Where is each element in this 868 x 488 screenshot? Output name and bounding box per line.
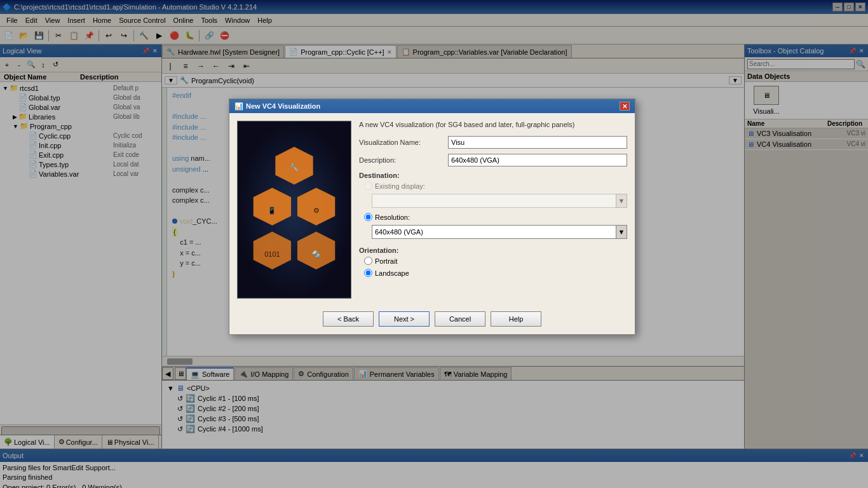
dialog-body: 🔧 📱 ⚙ 0101 🔩 A new VC4 visualization (fo… <box>229 113 635 306</box>
dialog-title-icon: 📊 <box>234 102 243 111</box>
visualization-name-input[interactable] <box>448 136 627 149</box>
svg-text:⚙: ⚙ <box>313 207 320 214</box>
dialog-form: A new VC4 visualization (for SG4 based a… <box>359 121 627 299</box>
existing-display-label: Existing display: <box>375 182 425 190</box>
landscape-radio[interactable] <box>364 269 372 277</box>
dialog-buttons: < Back Next > Cancel Help <box>229 306 635 334</box>
portrait-radio[interactable] <box>364 257 372 265</box>
description-input[interactable] <box>448 154 627 166</box>
dialog-image: 🔧 📱 ⚙ 0101 🔩 <box>237 121 351 299</box>
resolution-radio[interactable] <box>364 213 372 221</box>
description-label: Description: <box>359 156 448 164</box>
destination-section: Destination: <box>359 172 627 179</box>
dialog-title-bar: 📊 New VC4 Visualization ✕ <box>229 99 635 113</box>
portrait-label: Portrait <box>375 257 397 265</box>
dialog-overlay: 📊 New VC4 Visualization ✕ <box>0 0 868 488</box>
form-row-description: Description: <box>359 154 627 166</box>
portrait-row: Portrait <box>359 257 627 265</box>
help-button[interactable]: Help <box>491 311 541 327</box>
next-button[interactable]: Next > <box>379 311 430 327</box>
hex-visualization: 🔧 📱 ⚙ 0101 🔩 <box>238 121 351 299</box>
orientation-label: Orientation: <box>359 247 627 254</box>
visu-name-label: Visualization Name: <box>359 139 448 146</box>
destination-label: Destination: <box>359 172 627 179</box>
svg-text:0101: 0101 <box>264 250 280 258</box>
existing-display-row: Existing display: <box>359 182 627 190</box>
landscape-row: Landscape <box>359 269 627 277</box>
dialog-description: A new VC4 visualization (for SG4 based a… <box>359 121 627 128</box>
orientation-section: Orientation: <box>359 247 627 254</box>
svg-text:🔧: 🔧 <box>290 163 299 172</box>
landscape-label: Landscape <box>375 269 409 277</box>
resolution-dropdown: 640x480 (VGA) 800x600 (SVGA) 1024x768 (X… <box>372 225 627 239</box>
cancel-button[interactable]: Cancel <box>435 311 485 327</box>
existing-display-select[interactable] <box>372 194 627 208</box>
new-vc4-dialog: 📊 New VC4 Visualization ✕ <box>229 98 635 335</box>
dialog-title-text: New VC4 Visualization <box>246 102 320 110</box>
form-row-visu-name: Visualization Name: <box>359 136 627 149</box>
svg-text:🔩: 🔩 <box>312 250 321 259</box>
existing-display-dropdown: ▼ <box>372 194 627 208</box>
back-button[interactable]: < Back <box>323 311 374 327</box>
existing-display-radio[interactable] <box>364 182 372 190</box>
resolution-row: Resolution: <box>359 213 627 221</box>
svg-text:📱: 📱 <box>268 206 276 215</box>
resolution-select[interactable]: 640x480 (VGA) 800x600 (SVGA) 1024x768 (X… <box>372 225 627 239</box>
resolution-label: Resolution: <box>375 214 410 221</box>
dialog-close-button[interactable]: ✕ <box>620 102 630 111</box>
